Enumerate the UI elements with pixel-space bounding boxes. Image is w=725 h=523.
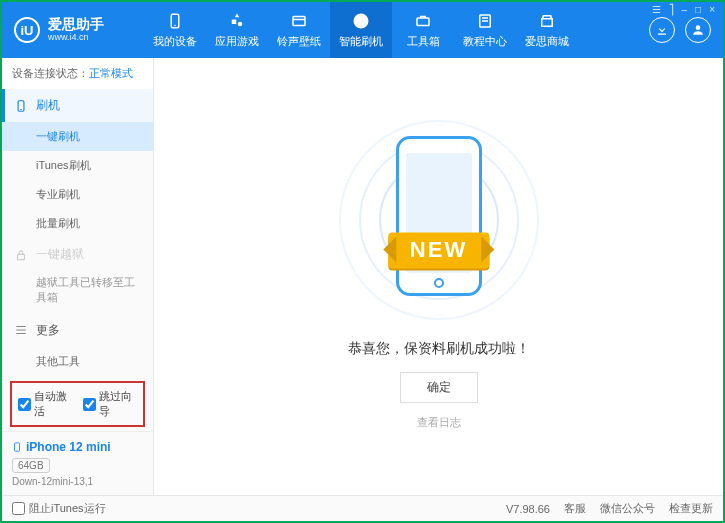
more-icon [14, 323, 28, 337]
side-group-more[interactable]: 更多 [2, 314, 153, 347]
phone-icon [14, 99, 28, 113]
nav-device[interactable]: 我的设备 [144, 2, 206, 58]
window-controls: ☰ ⎤ – □ × [650, 4, 717, 15]
version-label: V7.98.66 [506, 503, 550, 515]
firmware-label: Down-12mini-13,1 [12, 476, 143, 487]
app-url: www.i4.cn [48, 33, 104, 43]
logo-badge-icon: iU [14, 17, 40, 43]
options-highlight: 自动激活 跳过向导 [10, 381, 145, 427]
lock-icon [14, 248, 28, 262]
nav-toolbox[interactable]: 工具箱 [392, 2, 454, 58]
side-note: 越狱工具已转移至工具箱 [2, 271, 153, 314]
svg-rect-3 [417, 18, 429, 26]
auto-activate-checkbox[interactable]: 自动激活 [18, 389, 73, 419]
minimize-icon[interactable]: – [680, 4, 690, 15]
logo: iU 爱思助手 www.i4.cn [14, 17, 144, 43]
svg-rect-8 [18, 254, 25, 259]
side-item[interactable]: 一键刷机 [2, 122, 153, 151]
svg-point-7 [20, 108, 21, 109]
user-button[interactable] [685, 17, 711, 43]
connection-status: 设备连接状态：正常模式 [2, 58, 153, 89]
device-block[interactable]: iPhone 12 mini 64GB Down-12mini-13,1 [2, 431, 153, 495]
maximize-icon[interactable]: □ [693, 4, 703, 15]
download-button[interactable] [649, 17, 675, 43]
main-panel: NEW 恭喜您，保资料刷机成功啦！ 确定 查看日志 [154, 58, 723, 495]
media-icon [290, 12, 308, 30]
view-log-link[interactable]: 查看日志 [417, 415, 461, 430]
svg-rect-5 [542, 18, 553, 26]
success-illustration: NEW [349, 124, 529, 324]
statusbar: 阻止iTunes运行 V7.98.66 客服 微信公众号 检查更新 [2, 495, 723, 521]
side-item[interactable]: 批量刷机 [2, 209, 153, 238]
titlebar: iU 爱思助手 www.i4.cn 我的设备应用游戏铃声壁纸智能刷机工具箱教程中… [2, 2, 723, 58]
nav-media[interactable]: 铃声壁纸 [268, 2, 330, 58]
svg-point-10 [17, 450, 18, 451]
nav-store[interactable]: 爱思商城 [516, 2, 578, 58]
app-title: 爱思助手 [48, 17, 104, 32]
wechat-link[interactable]: 微信公众号 [600, 501, 655, 516]
sidebar: 设备连接状态：正常模式 刷机一键刷机iTunes刷机专业刷机批量刷机一键越狱越狱… [2, 58, 154, 495]
settings-icon[interactable]: ☰ [650, 4, 663, 15]
pin-icon[interactable]: ⎤ [667, 4, 676, 15]
tutorial-icon [476, 12, 494, 30]
svg-rect-2 [293, 16, 305, 25]
close-icon[interactable]: × [707, 4, 717, 15]
nav-apps[interactable]: 应用游戏 [206, 2, 268, 58]
flash-icon [352, 12, 370, 30]
side-group-phone[interactable]: 刷机 [2, 89, 153, 122]
storage-badge: 64GB [12, 458, 50, 473]
app-window: ☰ ⎤ – □ × iU 爱思助手 www.i4.cn 我的设备应用游戏铃声壁纸… [0, 0, 725, 523]
apps-icon [228, 12, 246, 30]
toolbox-icon [414, 12, 432, 30]
nav-flash[interactable]: 智能刷机 [330, 2, 392, 58]
side-item[interactable]: 下载固件 [2, 376, 153, 377]
side-item[interactable]: 专业刷机 [2, 180, 153, 209]
skip-guide-checkbox[interactable]: 跳过向导 [83, 389, 138, 419]
store-icon [538, 12, 556, 30]
update-link[interactable]: 检查更新 [669, 501, 713, 516]
kefu-link[interactable]: 客服 [564, 501, 586, 516]
success-message: 恭喜您，保资料刷机成功啦！ [348, 340, 530, 358]
phone-icon [12, 440, 22, 454]
block-itunes-checkbox[interactable]: 阻止iTunes运行 [12, 501, 106, 516]
ok-button[interactable]: 确定 [400, 372, 478, 403]
svg-point-1 [174, 24, 176, 26]
top-nav: 我的设备应用游戏铃声壁纸智能刷机工具箱教程中心爱思商城 [144, 2, 649, 58]
side-item[interactable]: iTunes刷机 [2, 151, 153, 180]
nav-tutorial[interactable]: 教程中心 [454, 2, 516, 58]
side-group-lock[interactable]: 一键越狱 [2, 238, 153, 271]
new-ribbon: NEW [388, 232, 489, 268]
device-icon [166, 12, 184, 30]
side-item[interactable]: 其他工具 [2, 347, 153, 376]
